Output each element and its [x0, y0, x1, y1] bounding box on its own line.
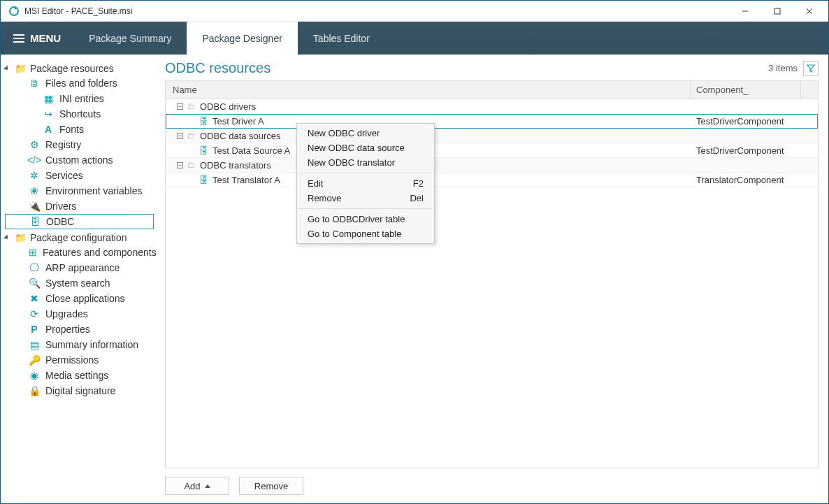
caret-icon — [3, 65, 10, 71]
group-odbc-translators[interactable]: −🗀ODBC translators — [166, 158, 818, 173]
minimize-button[interactable] — [729, 1, 761, 21]
summary-icon: ▤ — [29, 339, 40, 350]
lock-icon: 🔒 — [29, 385, 40, 396]
svg-point-0 — [10, 7, 18, 15]
svg-rect-2 — [774, 8, 780, 14]
row-test-translator-a[interactable]: 🗄Test Translator A TranslatorComponent — [166, 173, 818, 187]
page-title: ODBC resources — [165, 60, 271, 76]
ctx-goto-odbcdriver-table[interactable]: Go to ODBCDriver table — [298, 212, 433, 226]
sidebar-item-summary-info[interactable]: ▤Summary information — [5, 337, 154, 352]
folder-icon: 🗀 — [187, 101, 196, 111]
sidebar-item-ini-entries[interactable]: ▦INI entries — [5, 91, 154, 106]
sidebar-item-drivers[interactable]: 🔌Drivers — [5, 199, 154, 214]
add-button[interactable]: Add — [165, 477, 229, 495]
caret-icon — [3, 234, 10, 240]
shortcut-label: Del — [410, 193, 424, 203]
ctx-new-odbc-driver[interactable]: New ODBC driver — [298, 126, 433, 141]
app-menubar: MENU Package Summary Package Designer Ta… — [1, 22, 828, 55]
shortcut-label: F2 — [413, 178, 424, 189]
gear-icon: ✲ — [29, 170, 40, 181]
sidebar-item-close-apps[interactable]: ✖Close applications — [5, 291, 154, 306]
ctx-goto-component-table[interactable]: Go to Component table — [298, 226, 433, 241]
disc-icon: ◉ — [29, 370, 40, 381]
sidebar-item-shortcuts[interactable]: ↪Shortcuts — [5, 106, 154, 122]
monitor-icon: 🖵 — [29, 262, 40, 273]
window-title: MSI Editor - PACE_Suite.msi — [24, 6, 729, 16]
ini-icon: ▦ — [43, 93, 54, 104]
group-odbc-drivers[interactable]: −🗀ODBC drivers — [166, 99, 818, 114]
sidebar-item-digital-signature[interactable]: 🔒Digital signature — [5, 383, 154, 398]
collapse-icon[interactable]: − — [177, 162, 183, 168]
titlebar: MSI Editor - PACE_Suite.msi — [1, 1, 828, 22]
registry-icon: ⚙ — [29, 139, 40, 150]
sidebar-item-env-vars[interactable]: ❀Environment variables — [5, 183, 154, 199]
maximize-button[interactable] — [761, 1, 793, 21]
tab-tables-editor[interactable]: Tables Editor — [298, 22, 385, 55]
db-icon: 🗄 — [199, 175, 208, 185]
separator — [299, 208, 432, 209]
code-icon: </> — [29, 154, 40, 166]
item-count: 3 items — [768, 63, 798, 73]
folder-icon: 📁 — [15, 63, 26, 74]
group-odbc-data-sources[interactable]: −🗀ODBC data sources — [166, 129, 818, 143]
sidebar-item-permissions[interactable]: 🔑Permissions — [5, 352, 154, 368]
col-spacer — [801, 81, 818, 99]
ctx-new-odbc-translator[interactable]: New ODBC translator — [298, 155, 433, 170]
grid-header: Name Component_ — [166, 81, 818, 99]
collapse-icon[interactable]: − — [177, 103, 183, 110]
sidebar-item-registry[interactable]: ⚙Registry — [5, 137, 154, 152]
sidebar-item-features[interactable]: ⊞Features and components — [5, 245, 154, 260]
key-icon: 🔑 — [29, 354, 40, 366]
sidebar-item-odbc[interactable]: 🗄ODBC — [5, 214, 154, 229]
app-icon — [8, 5, 20, 17]
main-panel: ODBC resources 3 items Name Component_ −… — [158, 55, 828, 503]
search-icon: 🔍 — [29, 278, 40, 289]
remove-button[interactable]: Remove — [239, 477, 303, 495]
row-test-data-source-a[interactable]: 🗄Test Data Source A TestDriverComponent — [166, 143, 818, 158]
ctx-new-odbc-data-source[interactable]: New ODBC data source — [298, 141, 433, 155]
menu-button[interactable]: MENU — [1, 22, 73, 55]
ctx-remove[interactable]: RemoveDel — [298, 191, 433, 206]
db-icon: 🗄 — [199, 145, 208, 156]
col-component[interactable]: Component_ — [691, 81, 801, 99]
collapse-icon[interactable]: − — [177, 133, 183, 139]
sidebar-item-upgrades[interactable]: ⟳Upgrades — [5, 306, 154, 322]
sidebar-item-files-and-folders[interactable]: 🗎Files and folders — [5, 75, 154, 91]
p-icon: P — [29, 324, 40, 335]
shortcut-icon: ↪ — [43, 108, 54, 120]
sidebar-item-fonts[interactable]: AFonts — [5, 122, 154, 137]
filter-button[interactable] — [803, 61, 819, 76]
font-icon: A — [43, 124, 54, 135]
db-icon: 🗄 — [29, 216, 41, 227]
db-icon: 🗄 — [199, 116, 208, 127]
col-name[interactable]: Name — [166, 81, 691, 99]
refresh-icon: ⟳ — [29, 308, 40, 319]
close-button[interactable] — [793, 1, 826, 21]
sidebar-item-custom-actions[interactable]: </>Custom actions — [5, 152, 154, 168]
sidebar-item-services[interactable]: ✲Services — [5, 168, 154, 183]
menu-label: MENU — [30, 32, 61, 44]
sidebar-section-package-configuration[interactable]: 📁 Package configuration — [5, 231, 154, 245]
row-test-driver-a[interactable]: 🗄Test Driver A TestDriverComponent — [166, 114, 818, 129]
tab-package-designer[interactable]: Package Designer — [187, 22, 297, 55]
sidebar-item-system-search[interactable]: 🔍System search — [5, 275, 154, 291]
puzzle-icon: ⊞ — [29, 247, 37, 258]
plug-icon: 🔌 — [29, 201, 40, 212]
hamburger-icon — [13, 38, 24, 39]
separator — [299, 173, 432, 173]
sidebar-item-arp[interactable]: 🖵ARP appearance — [5, 260, 154, 275]
leaf-icon: ❀ — [29, 185, 40, 196]
ctx-edit[interactable]: EditF2 — [298, 176, 433, 191]
folder-icon: 🗀 — [187, 131, 196, 141]
filter-icon — [807, 64, 815, 73]
sidebar-section-package-resources[interactable]: 📁 Package resources — [5, 62, 154, 75]
context-menu: New ODBC driver New ODBC data source New… — [296, 123, 435, 244]
odbc-grid: Name Component_ −🗀ODBC drivers 🗄Test Dri… — [165, 80, 819, 468]
section-label: Package configuration — [30, 232, 127, 243]
sidebar-item-media[interactable]: ◉Media settings — [5, 368, 154, 383]
sidebar-item-properties[interactable]: PProperties — [5, 322, 154, 337]
sidebar: 📁 Package resources 🗎Files and folders ▦… — [1, 55, 158, 503]
folder-icon: 🗀 — [187, 160, 196, 170]
tab-package-summary[interactable]: Package Summary — [73, 22, 187, 55]
file-icon: 🗎 — [29, 78, 40, 89]
